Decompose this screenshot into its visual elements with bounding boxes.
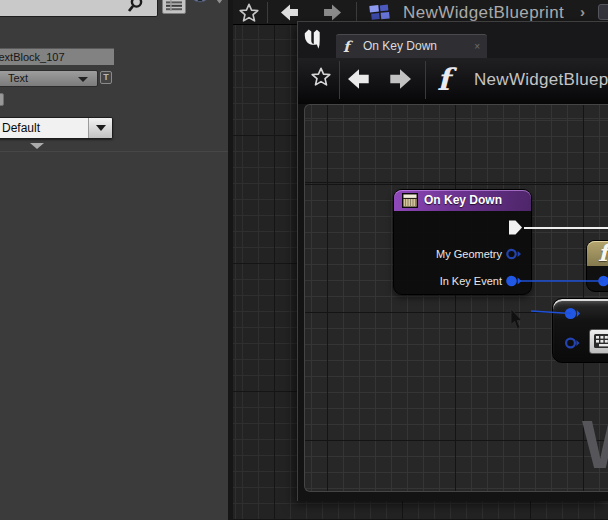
function-icon: f <box>598 239 608 266</box>
function-icon: f <box>343 37 357 57</box>
window-toolbar: f NewWidgetBlueprint <box>298 58 608 104</box>
window-title: NewWidgetBlueprint <box>474 58 608 104</box>
color-swatch[interactable] <box>0 93 4 106</box>
exec-output-pin[interactable] <box>508 220 523 235</box>
details-panel: TextBlock_107 Text T Default <box>0 0 228 520</box>
toolbar-separator <box>339 61 340 99</box>
node-key-selector[interactable] <box>552 298 608 363</box>
graph-watermark: W <box>582 405 608 483</box>
combo-arrow-button[interactable] <box>88 118 112 138</box>
forward-arrow-icon[interactable] <box>389 68 411 90</box>
breadcrumb-next-icon <box>598 4 608 20</box>
style-combo-value: Default <box>2 118 40 138</box>
tab-label: On Key Down <box>363 35 437 59</box>
unreal-editor-screen: TextBlock_107 Text T Default <box>0 0 608 520</box>
list-view-icon <box>166 0 183 11</box>
bookmark-star-icon[interactable] <box>238 2 260 24</box>
back-arrow-icon[interactable] <box>348 68 370 90</box>
node-title: On Key Down <box>424 190 502 211</box>
tab-close-icon[interactable]: × <box>474 35 480 59</box>
panel-divider-line <box>0 151 228 152</box>
toolbar-separator <box>425 61 426 99</box>
main-editor-area: NewWidgetBlueprint › f On Key Down × <box>233 0 608 520</box>
widget-event-icon <box>402 193 418 208</box>
function-graph-window: f On Key Down × f NewWidgetBlueprint <box>297 21 608 501</box>
struct-input-pin[interactable] <box>564 336 580 350</box>
font-family-value: Text <box>8 72 28 84</box>
style-combo[interactable]: Default <box>0 117 113 139</box>
key-picker-button[interactable] <box>589 329 608 354</box>
blueprint-asset-icon <box>368 4 391 21</box>
struct-input-pin-connected[interactable] <box>563 306 580 321</box>
pin-label-in-key-event: In Key Event <box>440 274 502 288</box>
keyboard-icon <box>594 334 608 350</box>
dropdown-arrow-icon <box>78 77 88 82</box>
function-icon: f <box>437 60 459 100</box>
blueprint-graph-canvas[interactable]: W On Key Do <box>304 104 608 492</box>
visibility-button[interactable] <box>190 0 226 12</box>
advanced-expander-icon[interactable] <box>30 143 44 149</box>
toolbar-separator <box>267 2 268 23</box>
node-function-partial[interactable]: f <box>586 240 608 292</box>
function-node-header: f <box>587 241 608 266</box>
eye-icon <box>190 0 226 12</box>
widget-name-field[interactable]: TextBlock_107 <box>0 48 114 65</box>
window-titlebar[interactable]: f On Key Down × <box>298 22 608 58</box>
struct-output-pin-connected[interactable] <box>505 274 522 288</box>
toolbar-separator <box>356 2 357 23</box>
list-view-button[interactable] <box>162 0 186 14</box>
search-icon <box>126 0 145 14</box>
node-on-key-down[interactable]: On Key Down My Geometry In Key Event <box>393 189 532 295</box>
pin-label-my-geometry: My Geometry <box>436 247 502 261</box>
font-style-button[interactable]: T <box>100 71 112 84</box>
search-input[interactable] <box>0 0 158 17</box>
back-arrow-icon[interactable] <box>279 4 301 21</box>
mouse-cursor <box>510 309 523 330</box>
struct-output-pin[interactable] <box>505 247 522 261</box>
bookmark-star-icon[interactable] <box>310 65 332 89</box>
font-family-dropdown[interactable]: Text <box>0 70 98 87</box>
forward-arrow-icon[interactable] <box>321 4 343 21</box>
tab-on-key-down[interactable]: f On Key Down × <box>336 34 487 58</box>
struct-input-pin-connected[interactable] <box>596 274 608 288</box>
unreal-logo-icon <box>304 24 324 54</box>
